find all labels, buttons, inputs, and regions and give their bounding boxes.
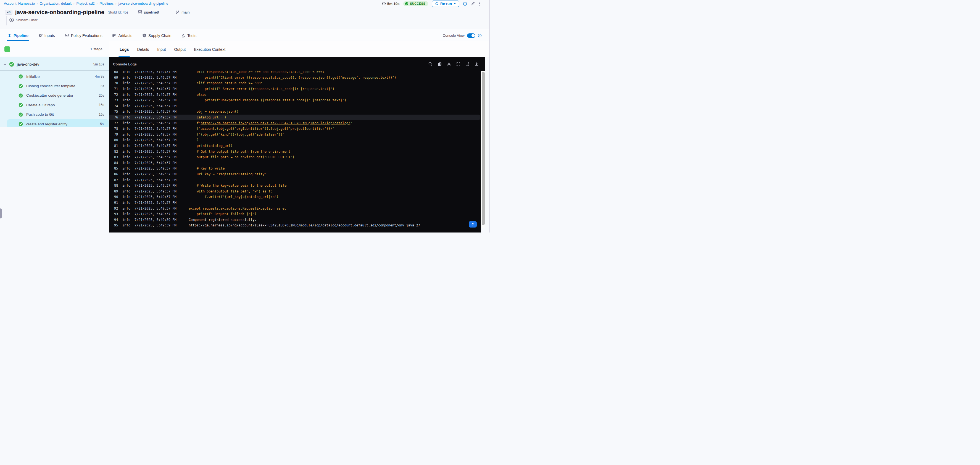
info-icon[interactable] (478, 34, 482, 38)
log-level: info (123, 127, 135, 131)
log-line-number: 84 (114, 161, 123, 165)
detail-tab-logs[interactable]: Logs (119, 41, 129, 57)
log-text: obj = response.json() (189, 110, 239, 113)
console-title: Console Logs (113, 62, 137, 66)
success-check-icon (19, 103, 23, 107)
page-title: java-service-onboarding-pipeline (15, 9, 104, 16)
log-line-number: 83 (114, 155, 123, 159)
check-circle-icon (405, 2, 409, 6)
breadcrumb-link[interactable]: java-service-onboarding-pipeline (118, 2, 169, 6)
download-icon[interactable] (474, 62, 479, 66)
log-text: # Get the output file path from the envi… (189, 150, 291, 154)
breadcrumb-link[interactable]: Organization: default (40, 2, 72, 6)
log-timestamp: 7/21/2025, 5:49:37 PM (135, 121, 189, 125)
tab-policy-evaluations[interactable]: Policy Evaluations (65, 29, 102, 42)
log-timestamp: 7/21/2025, 5:49:37 PM (135, 150, 189, 154)
log-line-77: 77info7/21/2025, 5:49:37 PMf"https://qa.… (109, 120, 481, 126)
gear-icon[interactable] (447, 62, 451, 67)
log-line-number: 92 (114, 206, 123, 210)
chevron-up-icon[interactable] (3, 63, 6, 66)
pipeline-title-row: v0 java-service-onboarding-pipeline (Bui… (5, 9, 190, 16)
log-url-link[interactable]: https://qa.harness.io/ng/account/zEaak-F… (189, 224, 420, 227)
log-line-number: 75 (114, 110, 123, 113)
log-text: f"https://qa.harness.io/ng/account/zEaak… (189, 121, 352, 125)
log-level: info (123, 178, 135, 182)
log-level: info (123, 87, 135, 91)
log-url-link[interactable]: https://qa.harness.io/ng/account/zEaak-F… (200, 121, 350, 125)
log-line-number: 88 (114, 184, 123, 187)
stage-status-square (5, 46, 10, 52)
tab-supply-chain[interactable]: Supply Chain (142, 29, 171, 42)
detail-tab-execution-context[interactable]: Execution Context (194, 41, 225, 57)
log-line-70: 70info7/21/2025, 5:49:37 PMelif response… (109, 80, 481, 86)
detail-tab-details[interactable]: Details (137, 41, 149, 57)
log-line-82: 82info7/21/2025, 5:49:37 PM# Get the out… (109, 149, 481, 154)
edit-pencil-icon[interactable] (471, 2, 475, 6)
build-id: (Build Id: 45) (107, 10, 128, 14)
stage-count-label: 1 stage (90, 47, 102, 51)
step-row-cloning-cookiecutter-template[interactable]: Cloning cookiecutter template6s (0, 81, 109, 90)
stage-row-java-onb-dev[interactable]: java-onb-dev 5m 16s (0, 59, 109, 70)
tab-inputs[interactable]: Inputs (38, 29, 55, 42)
flask-icon (181, 33, 185, 38)
log-line-84: 84info7/21/2025, 5:49:37 PM (109, 160, 481, 166)
breadcrumb-link[interactable]: Account: Harness.io (4, 2, 35, 6)
console-scrollbar-track[interactable] (481, 71, 485, 228)
breadcrumb-link[interactable]: Pipelines (99, 2, 113, 6)
step-row-push-code-to-git[interactable]: Push code to Git15s (0, 110, 109, 119)
stage-name: java-onb-dev (17, 62, 39, 67)
rerun-button[interactable]: Re-run (432, 0, 459, 7)
tab-artifacts[interactable]: Artifacts (112, 29, 132, 42)
log-line-number: 71 (114, 87, 123, 91)
step-duration: 5s (100, 122, 103, 126)
log-line-number: 68 (114, 71, 123, 74)
log-line-80: 80info7/21/2025, 5:49:37 PM) (109, 137, 481, 143)
breadcrumb-separator: › (37, 2, 38, 5)
log-line-86: 86info7/21/2025, 5:49:37 PMurl_key = "re… (109, 171, 481, 177)
search-icon[interactable] (428, 62, 433, 66)
console-header: Console Logs (109, 57, 485, 71)
console-log-viewport[interactable]: 68info7/21/2025, 5:49:37 PMelif response… (109, 71, 481, 233)
log-line-75: 75info7/21/2025, 5:49:37 PMobj = respons… (109, 109, 481, 114)
panel-resize-handle[interactable] (0, 208, 2, 218)
log-line-number: 76 (114, 116, 123, 119)
log-timestamp: 7/21/2025, 5:49:37 PM (135, 155, 189, 159)
tab-label: Pipeline (14, 33, 29, 38)
info-icon[interactable] (463, 2, 467, 6)
log-text: else: (189, 93, 207, 97)
breadcrumb-separator: › (115, 2, 116, 5)
log-line-90: 90info7/21/2025, 5:49:37 PMf.write(f"{ur… (109, 194, 481, 200)
log-level: info (123, 206, 135, 210)
stage-panel-header: 1 stage (0, 41, 110, 57)
detail-tab-output[interactable]: Output (174, 41, 186, 57)
console-view-toggle[interactable] (467, 33, 476, 38)
log-text: https://qa.harness.io/ng/account/zEaak-F… (189, 224, 420, 227)
window-scrollbar-lane[interactable] (489, 0, 490, 233)
step-duration: 20s (99, 94, 104, 97)
detail-tab-input[interactable]: Input (157, 41, 166, 57)
log-timestamp: 7/21/2025, 5:49:39 PM (135, 218, 189, 222)
external-link-icon[interactable] (465, 62, 469, 66)
step-row-create-a-git-repo[interactable]: Create a Git repo15s (0, 100, 109, 110)
tab-tests[interactable]: Tests (181, 29, 196, 42)
fullscreen-icon[interactable] (456, 62, 460, 66)
repo-name: pipeline8 (144, 10, 159, 14)
branch-chip[interactable]: main (176, 10, 189, 14)
log-line-number: 73 (114, 98, 123, 102)
log-line-68: 68info7/21/2025, 5:49:37 PMelif response… (109, 71, 481, 75)
step-row-initialize[interactable]: Initialize4m 8s (0, 72, 109, 81)
log-line-number: 93 (114, 212, 123, 216)
copy-icon[interactable] (438, 62, 442, 66)
repo-chip[interactable]: pipeline8 (138, 10, 159, 14)
log-level: info (123, 150, 135, 154)
breadcrumb-link[interactable]: Project: sd2 (76, 2, 95, 6)
console-scrollbar-thumb[interactable] (482, 72, 485, 225)
tab-pipeline[interactable]: Pipeline (8, 29, 29, 42)
log-text: print(f" Request failed: {e}") (189, 212, 256, 216)
scroll-to-top-button[interactable] (469, 221, 477, 227)
log-level: info (123, 116, 135, 119)
code-repo-icon (138, 10, 142, 14)
step-row-cookiecutter-code-generator[interactable]: Cookiecutter code generator20s (0, 91, 109, 100)
more-options-kebab-icon[interactable] (479, 2, 480, 6)
step-name: Cookiecutter code generator (26, 93, 73, 97)
